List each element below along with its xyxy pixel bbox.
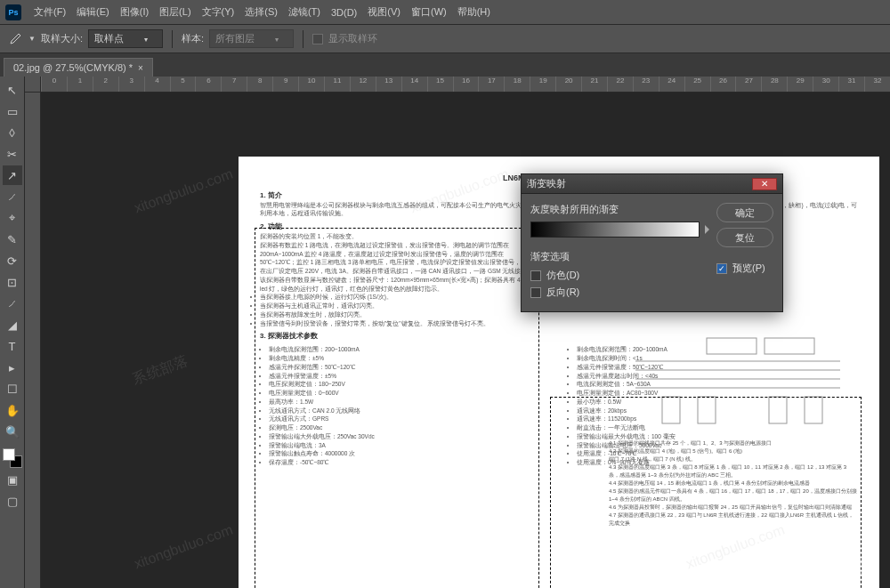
zoom-tool[interactable]: 🔍 <box>3 422 22 441</box>
menu-view[interactable]: 视图(V) <box>362 5 406 19</box>
eyedropper-icon <box>7 31 23 47</box>
svg-rect-6 <box>662 397 680 423</box>
menu-edit[interactable]: 编辑(E) <box>71 5 115 19</box>
marquee-tool[interactable]: ▭ <box>3 101 22 121</box>
app-logo: Ps <box>5 4 21 20</box>
gradient-map-dialog: 渐变映射 ✕ 灰度映射所用的渐变 渐变选项 仿色(D) 反向(R) 确定 复位 <box>521 173 783 312</box>
svg-rect-1 <box>765 338 814 354</box>
reset-button[interactable]: 复位 <box>716 228 773 247</box>
document-tab-title: 02.jpg @ 27.5%(CMYK/8) * <box>13 62 133 73</box>
show-ring-checkbox[interactable]: 显示取样环 <box>312 32 377 45</box>
dialog-titlebar[interactable]: 渐变映射 ✕ <box>522 174 782 194</box>
tool-panel: ↖ ▭ ◊ ✂ ↗ ⟋ ⌖ ✎ ⟳ ⊡ ⟋ ◢ T ▸ ☐ ✋ 🔍 ▣ ▢ <box>0 77 25 588</box>
workspace: ↖ ▭ ◊ ✂ ↗ ⟋ ⌖ ✎ ⟳ ⊡ ⟋ ◢ T ▸ ☐ ✋ 🔍 ▣ ▢ 01… <box>0 77 890 588</box>
menu-help[interactable]: 帮助(H) <box>452 5 496 19</box>
color-swatches[interactable] <box>3 448 22 468</box>
svg-rect-7 <box>698 397 716 423</box>
menu-file[interactable]: 文件(F) <box>28 5 71 19</box>
eraser-tool[interactable]: ⊡ <box>3 272 22 292</box>
quickmask-tool[interactable]: ▣ <box>3 470 22 489</box>
svg-rect-9 <box>805 397 822 423</box>
menu-3d[interactable]: 3D(D) <box>326 7 362 18</box>
ruler-corner <box>25 77 41 93</box>
footer-watermark: 自由互联 <box>794 555 872 579</box>
menu-filter[interactable]: 滤镜(T) <box>283 5 326 19</box>
history-tool[interactable]: ⟳ <box>3 251 22 270</box>
dialog-title: 渐变映射 <box>527 177 566 190</box>
circuit-diagram: 4.1 探测器的端线接口共存 25 个，端口 1、2、3 与探测器的电源接口4.… <box>609 334 858 566</box>
doc-text-2: 探测器的安装均位置 1，不能改变。 探测器有数监控 1 路电流，在测电流超过设定… <box>260 232 535 293</box>
sample-dropdown[interactable]: 所有图层 ▾ <box>209 29 294 48</box>
blur-tool[interactable]: ◢ <box>3 315 22 334</box>
lasso-tool[interactable]: ◊ <box>3 123 22 142</box>
screenmode-tool[interactable]: ▢ <box>3 491 22 511</box>
options-title: 渐变选项 <box>530 250 709 263</box>
ruler-horizontal: 0123456789101112131415161718192021222324… <box>41 77 890 93</box>
gradient-tool[interactable]: ⟋ <box>3 294 22 313</box>
menu-image[interactable]: 图像(I) <box>115 5 154 19</box>
dither-checkbox[interactable]: 仿色(D) <box>530 269 709 282</box>
hand-tool[interactable]: ✋ <box>3 400 22 420</box>
type-tool[interactable]: T <box>3 336 22 356</box>
sample-label: 样本: <box>182 32 204 45</box>
stamp-tool[interactable]: ⌖ <box>3 208 22 228</box>
document-tab-bar: 02.jpg @ 27.5%(CMYK/8) * × <box>0 53 890 77</box>
gradient-picker[interactable] <box>530 222 700 238</box>
gradient-label: 灰度映射所用的渐变 <box>530 203 709 216</box>
menubar: Ps 文件(F) 编辑(E) 图像(I) 图层(L) 文字(Y) 选择(S) 滤… <box>0 0 890 25</box>
checkbox-icon: ✓ <box>716 263 727 274</box>
ruler-vertical <box>25 93 41 588</box>
preview-checkbox[interactable]: ✓ 预览(P) <box>716 262 773 275</box>
move-tool[interactable]: ↖ <box>3 80 22 100</box>
sample-size-label: 取样大小: <box>41 32 83 45</box>
path-tool[interactable]: ▸ <box>3 358 22 377</box>
ok-button[interactable]: 确定 <box>716 203 773 222</box>
menu-layer[interactable]: 图层(L) <box>154 5 196 19</box>
menu-select[interactable]: 选择(S) <box>239 5 283 19</box>
brush-tool[interactable]: ⟋ <box>3 187 22 206</box>
eyedropper-tool[interactable]: ↗ <box>3 165 22 185</box>
reverse-checkbox[interactable]: 反向(R) <box>530 286 709 299</box>
checkbox-icon <box>530 287 541 298</box>
doc-notes: 4.1 探测器的端线接口共存 25 个，端口 1、2、3 与探测器的电源接口4.… <box>609 439 858 528</box>
close-icon[interactable]: × <box>138 63 143 73</box>
pencil-tool[interactable]: ✎ <box>3 230 22 249</box>
svg-rect-0 <box>707 338 756 354</box>
close-button[interactable]: ✕ <box>752 178 777 190</box>
checkbox-icon <box>312 34 323 44</box>
crop-tool[interactable]: ✂ <box>3 144 22 164</box>
chevron-down-icon[interactable]: ▼ <box>28 35 36 43</box>
sample-size-dropdown[interactable]: 取样点 ▾ <box>88 29 163 48</box>
menu-window[interactable]: 窗口(W) <box>406 5 452 19</box>
document-tab[interactable]: 02.jpg @ 27.5%(CMYK/8) * × <box>4 58 153 77</box>
shape-tool[interactable]: ☐ <box>3 379 22 399</box>
doc-bullets: 当探测器接上电源的时候，运行灯闪烁 (1S/次)。当探测器与主机通讯正常时，通讯… <box>260 293 535 327</box>
menu-text[interactable]: 文字(Y) <box>197 5 240 19</box>
options-bar: ▼ 取样大小: 取样点 ▾ 样本: 所有图层 ▾ 显示取样环 <box>0 25 890 53</box>
params-left: 剩余电流探测范围：200~1000mA剩余电流精度：±5%感温元件探测范围：50… <box>260 345 550 467</box>
canvas-area[interactable]: 0123456789101112131415161718192021222324… <box>25 77 890 588</box>
svg-rect-8 <box>769 397 787 423</box>
foreground-color-swatch[interactable] <box>3 448 15 461</box>
checkbox-icon <box>530 270 541 281</box>
